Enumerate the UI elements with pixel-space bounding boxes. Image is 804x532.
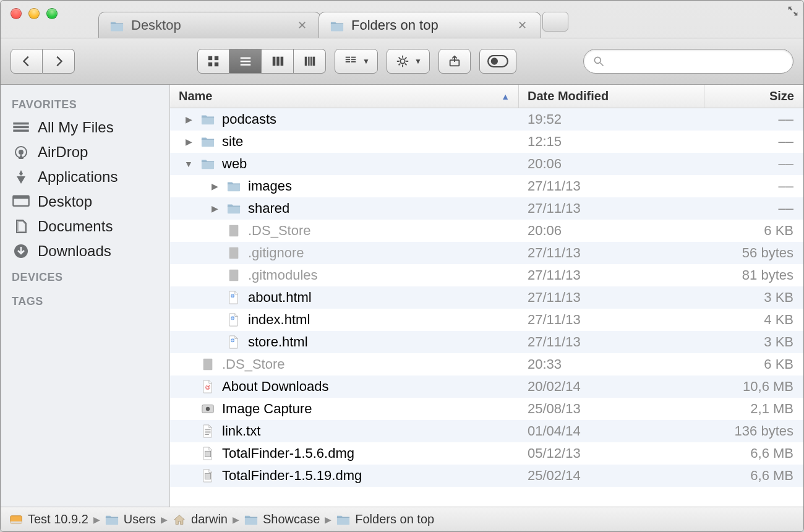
minimize-window-button[interactable] (28, 8, 40, 19)
file-row[interactable]: store.html27/11/133 KB (170, 331, 803, 353)
file-list: Name ▲ Date Modified Size ▶podcasts19:52… (170, 85, 803, 507)
file-date: 19:52 (519, 111, 704, 127)
file-date: 27/11/13 (519, 334, 704, 350)
folder-icon (105, 514, 119, 525)
file-row[interactable]: .gitmodules27/11/1381 bytes (170, 264, 803, 286)
coverflow-view-button[interactable] (294, 49, 326, 74)
sidebar-item-label: Downloads (38, 242, 111, 260)
zoom-window-button[interactable] (46, 8, 58, 19)
file-date: 27/11/13 (519, 245, 704, 261)
action-gear-button[interactable]: ▼ (387, 49, 430, 74)
column-header-size[interactable]: Size (704, 85, 803, 108)
file-size: –– (704, 134, 803, 150)
file-size: 10,6 MB (704, 379, 803, 395)
path-crumb[interactable]: Users (105, 512, 156, 526)
tab-desktop[interactable]: Desktop ✕ (98, 12, 321, 38)
disclosure-triangle-icon[interactable]: ▶ (210, 204, 220, 213)
file-name: TotalFinder-1.5.6.dmg (222, 445, 354, 461)
file-name: site (222, 134, 243, 150)
file-row[interactable]: ▶site12:15–– (170, 131, 803, 153)
file-size: 6 KB (704, 223, 803, 239)
path-crumb-label: Users (124, 512, 156, 526)
tab-close-icon[interactable]: ✕ (296, 19, 308, 32)
sidebar-item-desktop[interactable]: Desktop (1, 189, 169, 214)
chevron-right-icon: ▶ (161, 515, 168, 525)
file-row[interactable]: .gitignore27/11/1356 bytes (170, 242, 803, 264)
html-icon (226, 313, 242, 327)
sidebar-item-label: AirDrop (38, 144, 88, 161)
path-crumb[interactable]: Folders on top (336, 512, 434, 526)
file-name: .gitmodules (248, 267, 318, 283)
file-row[interactable]: About Downloads20/02/1410,6 MB (170, 375, 803, 398)
sidebar-item-downloads[interactable]: Downloads (1, 239, 169, 264)
new-tab-button[interactable] (542, 12, 568, 32)
file-size: 4 KB (704, 312, 803, 328)
disclosure-triangle-icon[interactable]: ▶ (184, 137, 194, 147)
column-header-date[interactable]: Date Modified (519, 85, 704, 108)
sidebar-heading-devices: DEVICES (1, 264, 169, 288)
sidebar-item-applications[interactable]: Applications (1, 165, 169, 189)
file-row[interactable]: ▶shared27/11/13–– (170, 197, 803, 220)
sidebar-item-airdrop[interactable]: AirDrop (1, 140, 169, 165)
file-name: store.html (248, 334, 308, 350)
share-button[interactable] (438, 49, 471, 74)
toggle-button[interactable] (479, 49, 516, 74)
file-row[interactable]: ▼web20:06–– (170, 153, 803, 175)
app-icon (200, 402, 216, 416)
file-size: –– (704, 178, 803, 194)
sidebar-item-label: Applications (38, 168, 118, 186)
file-row[interactable]: TotalFinder-1.5.6.dmg05/12/136,6 MB (170, 442, 803, 465)
path-crumb[interactable]: Showcase (244, 512, 320, 526)
tab-folders-on-top[interactable]: Folders on top ✕ (319, 12, 541, 38)
fullscreen-button[interactable] (786, 4, 800, 18)
file-row[interactable]: index.html27/11/134 KB (170, 309, 803, 331)
file-row[interactable]: .DS_Store20:336 KB (170, 353, 803, 375)
sidebar-item-all-my-files[interactable]: All My Files (1, 115, 169, 140)
back-button[interactable] (11, 49, 43, 74)
search-input[interactable] (610, 55, 784, 68)
html-icon (226, 291, 242, 304)
disclosure-triangle-icon[interactable]: ▶ (210, 181, 220, 191)
view-mode-group (197, 49, 326, 74)
icon-view-button[interactable] (197, 49, 229, 74)
folder-icon (110, 20, 124, 31)
disclosure-triangle-icon[interactable]: ▼ (184, 159, 194, 169)
file-name: link.txt (222, 423, 260, 439)
column-header-name[interactable]: Name ▲ (170, 85, 519, 108)
tab-close-icon[interactable]: ✕ (516, 19, 528, 32)
file-row[interactable]: link.txt01/04/14136 bytes (170, 420, 803, 442)
file-date: 25/08/13 (519, 401, 704, 417)
sidebar-heading-favorites: FAVORITES (1, 91, 169, 115)
file-row[interactable]: ▶images27/11/13–– (170, 175, 803, 197)
disclosure-triangle-icon[interactable]: ▶ (184, 114, 194, 124)
downloads-icon (12, 243, 30, 259)
file-row[interactable]: TotalFinder-1.5.19.dmg25/02/146,6 MB (170, 465, 803, 487)
list-view-button[interactable] (229, 49, 262, 74)
file-size: 56 bytes (704, 245, 803, 261)
file-name: images (248, 178, 292, 194)
search-field[interactable] (583, 49, 793, 74)
file-icon (226, 224, 242, 238)
dmg-icon (200, 469, 216, 483)
traffic-lights (11, 8, 58, 19)
file-row[interactable]: .DS_Store20:066 KB (170, 220, 803, 242)
close-window-button[interactable] (11, 8, 22, 19)
file-date: 27/11/13 (519, 312, 704, 328)
arrange-button[interactable]: ▼ (335, 49, 378, 74)
file-size: 81 bytes (704, 267, 803, 283)
file-date: 20:06 (519, 223, 704, 239)
forward-button[interactable] (43, 49, 75, 74)
file-date: 20:06 (519, 156, 704, 172)
search-icon (592, 55, 605, 67)
path-crumb[interactable]: Test 10.9.2 (9, 512, 88, 526)
path-crumb[interactable]: darwin (173, 512, 228, 526)
file-size: 6,6 MB (704, 468, 803, 484)
file-row[interactable]: about.html27/11/133 KB (170, 286, 803, 309)
path-crumb-label: Test 10.9.2 (28, 512, 88, 526)
file-icon (226, 268, 242, 282)
column-view-button[interactable] (262, 49, 294, 74)
file-row[interactable]: ▶podcasts19:52–– (170, 108, 803, 131)
file-row[interactable]: Image Capture25/08/132,1 MB (170, 398, 803, 420)
txt-icon (200, 424, 216, 438)
sidebar-item-documents[interactable]: Documents (1, 214, 169, 239)
